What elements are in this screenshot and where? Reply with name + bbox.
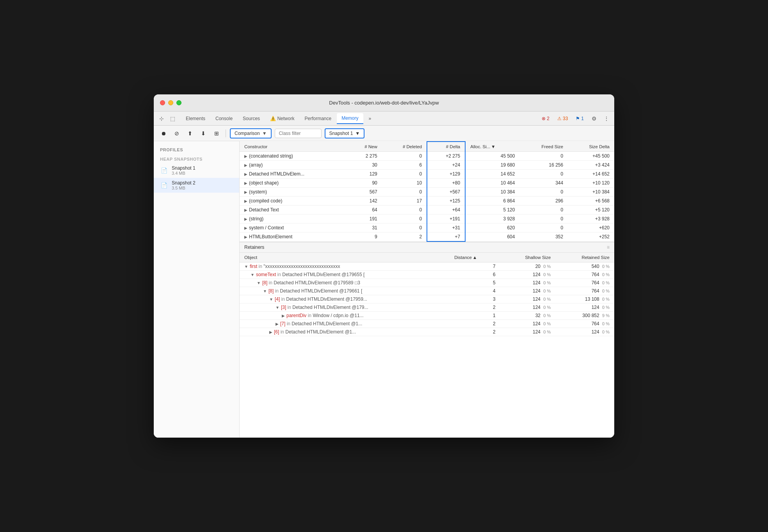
tab-network[interactable]: ⚠️ Network	[265, 113, 299, 124]
list-item[interactable]: ▼someText in Detached HTMLDivElement @17…	[240, 271, 614, 279]
maximize-button[interactable]	[176, 100, 181, 105]
col-header-size-delta: Size Delta	[568, 142, 614, 152]
expand-icon[interactable]: ▶	[244, 217, 247, 221]
ret-expand-icon[interactable]: ▼	[257, 281, 261, 285]
settings-icon[interactable]: ⚙	[589, 114, 599, 123]
expand-icon[interactable]: ▶	[244, 181, 247, 185]
snapshot-item-1[interactable]: 📄 Snapshot 1 3.4 MB	[154, 163, 239, 178]
cell-constructor: ▶ (array)	[240, 161, 348, 170]
expand-icon[interactable]: ▶	[244, 208, 247, 212]
expand-icon[interactable]: ▶	[244, 163, 247, 167]
ret-expand-icon[interactable]: ▶	[269, 330, 272, 334]
cell-alloc: 3 928	[465, 215, 519, 223]
list-item[interactable]: ▶[7] in Detached HTMLDivElement @1... 2 …	[240, 320, 614, 328]
tab-elements[interactable]: Elements	[181, 113, 210, 124]
expand-icon[interactable]: ▶	[244, 199, 247, 203]
ret-expand-icon[interactable]: ▼	[276, 305, 279, 310]
expand-icon[interactable]: ▶	[244, 172, 247, 176]
ret-key: [8]	[268, 288, 274, 294]
list-item[interactable]: ▼first in "xxxxxxxxxxxxxxxxxxxxxxxxxxxxx…	[240, 262, 614, 271]
cell-freed: 344	[519, 179, 568, 188]
ret-cell-distance: 6	[450, 271, 500, 279]
ret-cell-distance: 1	[450, 312, 500, 320]
sidebar: Profiles HEAP SNAPSHOTS 📄 Snapshot 1 3.4…	[154, 141, 240, 438]
ret-in: in	[257, 264, 263, 269]
error-count: ⊗ 2	[539, 115, 552, 122]
cell-deleted: 0	[382, 152, 427, 161]
table-row[interactable]: ▶ (object shape) 90 10 +80 10 464 344 +1…	[240, 179, 614, 188]
retainers-table-wrapper[interactable]: Object Distance▲ Shallow Size Retained S…	[240, 253, 614, 438]
main-data-table: Constructor # New # Deleted # Delta Allo…	[240, 141, 614, 242]
cursor-icon[interactable]: ⊹	[157, 114, 166, 123]
ret-cell-retained: 124 0 %	[555, 303, 614, 312]
cell-deleted: 17	[382, 197, 427, 206]
list-item[interactable]: ▼[4] in Detached HTMLDivElement @17959..…	[240, 295, 614, 303]
table-row[interactable]: ▶ (compiled code) 142 17 +125 6 864 296 …	[240, 197, 614, 206]
list-item[interactable]: ▼[8] in Detached HTMLDivElement @179661 …	[240, 287, 614, 295]
comparison-dropdown[interactable]: Comparison ▼	[230, 128, 272, 138]
ret-expand-icon[interactable]: ▼	[251, 273, 254, 277]
list-item[interactable]: ▶parentDiv in Window / cdpn.io @11... 1 …	[240, 312, 614, 320]
ret-key: [7]	[280, 321, 285, 326]
ret-expand-icon[interactable]: ▼	[244, 264, 248, 269]
table-row[interactable]: ▶ Detached Text 64 0 +64 5 120 0 +5 120	[240, 206, 614, 215]
upload-button[interactable]: ⬆	[185, 128, 195, 138]
table-row[interactable]: ▶ HTMLButtonElement 9 2 +7 604 352 +252	[240, 232, 614, 242]
ret-expand-icon[interactable]: ▶	[276, 322, 279, 326]
ret-expand-icon[interactable]: ▶	[282, 314, 285, 318]
list-item[interactable]: ▼[3] in Detached HTMLDivElement @179... …	[240, 303, 614, 312]
ret-cell-object: ▼[8] in Detached HTMLDivElement @179589 …	[240, 279, 450, 287]
ret-expand-icon[interactable]: ▼	[263, 289, 267, 293]
expand-icon[interactable]: ▶	[244, 226, 247, 230]
ret-cell-object: ▶[7] in Detached HTMLDivElement @1...	[240, 320, 450, 328]
snapshot-dropdown[interactable]: Snapshot 1 ▼	[325, 128, 365, 138]
ret-cell-object: ▶[6] in Detached HTMLDivElement @1...	[240, 328, 450, 336]
profiles-label: Profiles	[154, 146, 239, 154]
ret-ref: Detached HTMLDivElement @1...	[292, 321, 362, 326]
table-row[interactable]: ▶ system / Context 31 0 +31 620 0 +620	[240, 223, 614, 232]
clear-button[interactable]: ⊘	[172, 128, 182, 138]
tab-memory[interactable]: Memory	[337, 113, 363, 124]
table-row[interactable]: ▶ Detached HTMLDivElem... 129 0 +129 14 …	[240, 170, 614, 179]
filter-icon[interactable]: ⊞	[212, 128, 222, 138]
cell-freed: 0	[519, 206, 568, 215]
ret-expand-icon[interactable]: ▼	[269, 297, 273, 301]
inspect-icon[interactable]: ⬚	[168, 114, 177, 123]
ret-key: [3]	[281, 305, 286, 310]
snapshot-item-2[interactable]: 📄 Snapshot 2 3.5 MB	[154, 178, 239, 193]
expand-icon[interactable]: ▶	[244, 190, 247, 194]
top-table-wrapper[interactable]: Constructor # New # Deleted # Delta Allo…	[240, 141, 614, 242]
devtools-content: ⊹ ⬚ Elements Console Sources ⚠️ Network …	[154, 112, 614, 438]
download-button[interactable]: ⬇	[198, 128, 208, 138]
record-button[interactable]: ⏺	[158, 128, 169, 138]
cell-constructor: ▶ HTMLButtonElement	[240, 232, 348, 242]
table-row[interactable]: ▶ (system) 567 0 +567 10 384 0 +10 384	[240, 188, 614, 197]
list-item[interactable]: ▶[6] in Detached HTMLDivElement @1... 2 …	[240, 328, 614, 336]
cell-constructor: ▶ (system)	[240, 188, 348, 197]
expand-icon[interactable]: ▶	[244, 154, 247, 158]
col-header-alloc[interactable]: Alloc. Si... ▼	[465, 142, 519, 152]
cell-size-delta: +252	[568, 232, 614, 242]
table-row[interactable]: ▶ (array) 30 6 +24 19 680 16 256 +3 424	[240, 161, 614, 170]
expand-icon[interactable]: ▶	[244, 235, 247, 239]
class-filter-input[interactable]	[275, 129, 322, 138]
table-row[interactable]: ▶ (string) 191 0 +191 3 928 0 +3 928	[240, 215, 614, 223]
tab-performance[interactable]: Performance	[300, 113, 336, 124]
cell-delta: +24	[427, 161, 465, 170]
close-button[interactable]	[160, 100, 165, 105]
ret-in: in	[274, 288, 280, 294]
tab-more[interactable]: »	[364, 113, 376, 124]
list-item[interactable]: ▼[8] in Detached HTMLDivElement @179589 …	[240, 279, 614, 287]
more-options-icon[interactable]: ⋮	[602, 114, 611, 123]
cell-constructor: ▶ Detached Text	[240, 206, 348, 215]
col-header-delta[interactable]: # Delta	[427, 142, 465, 152]
col-header-constructor: Constructor	[240, 142, 348, 152]
minimize-button[interactable]	[168, 100, 173, 105]
ret-key: someText	[256, 272, 276, 277]
ret-cell-object: ▼[4] in Detached HTMLDivElement @17959..…	[240, 295, 450, 303]
tab-sources[interactable]: Sources	[238, 113, 265, 124]
cell-new: 129	[348, 170, 382, 179]
tab-console[interactable]: Console	[211, 113, 237, 124]
ret-col-distance[interactable]: Distance▲	[450, 253, 500, 262]
table-row[interactable]: ▶ (concatenated string) 2 275 0 +2 275 4…	[240, 152, 614, 161]
